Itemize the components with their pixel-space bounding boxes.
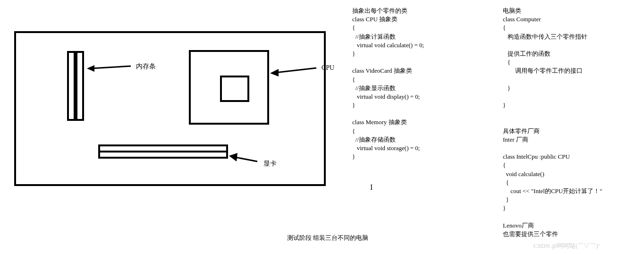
code-line: class Memory 抽象类 bbox=[352, 119, 407, 126]
code-line: } bbox=[503, 204, 506, 212]
cpu-label: CPU bbox=[322, 64, 334, 72]
test-phase-text: 测试阶段 组装三台不同的电脑 bbox=[287, 234, 368, 242]
code-line: } bbox=[503, 196, 509, 203]
code-line: class IntelCpu :public CPU bbox=[503, 153, 570, 160]
code-line: } bbox=[352, 102, 355, 109]
code-line: 也需要提供三个零件 bbox=[503, 230, 558, 237]
code-line: //抽象显示函数 bbox=[352, 85, 396, 92]
motherboard-outline bbox=[14, 31, 326, 186]
code-line: Inter 厂商 bbox=[503, 136, 528, 143]
code-line: cout << "Intel的CPU开始计算了！" bbox=[503, 187, 602, 195]
code-line: } bbox=[352, 50, 355, 57]
memory-sticks bbox=[67, 51, 84, 121]
code-line: 电脑类 bbox=[503, 7, 521, 14]
code-line: 提供工作的函数 bbox=[503, 50, 551, 57]
arrow-cpu-icon bbox=[269, 64, 321, 78]
text-cursor-icon: I bbox=[370, 183, 373, 192]
code-line: class Computer bbox=[503, 16, 541, 23]
code-line: { bbox=[503, 161, 506, 169]
motherboard-diagram: 内存条 CPU 显卡 bbox=[14, 31, 326, 187]
code-line: { bbox=[352, 127, 355, 135]
cpu-chip bbox=[220, 76, 249, 102]
arrow-gpu-icon bbox=[228, 153, 261, 167]
memory-label: 内存条 bbox=[136, 62, 156, 71]
code-line: 调用每个零件工作的接口 bbox=[503, 67, 583, 74]
code-block-computer: 电脑类 class Computer { 构造函数中传入三个零件指针 提供工作的… bbox=[503, 7, 602, 238]
code-block-abstract: 抽象出每个零件的类 class CPU 抽象类 { //抽象计算函数 virtu… bbox=[352, 7, 424, 161]
code-line: 构造函数中传入三个零件指针 bbox=[503, 33, 587, 40]
code-line: { bbox=[352, 76, 355, 83]
code-line: virtual void storage() = 0; bbox=[352, 144, 420, 152]
arrow-memory-icon bbox=[86, 61, 133, 76]
gpu-slot bbox=[98, 144, 228, 159]
code-line: } bbox=[352, 153, 355, 160]
code-line: //抽象存储函数 bbox=[352, 136, 396, 143]
code-line: class VideoCard 抽象类 bbox=[352, 67, 412, 74]
svg-marker-5 bbox=[229, 153, 237, 161]
watermark-text: CSDN @呵呵哒(￣▽￣)" bbox=[534, 242, 601, 250]
code-line: 具体零件厂商 bbox=[503, 127, 540, 135]
code-line: } bbox=[503, 85, 510, 92]
code-line: { bbox=[503, 59, 510, 66]
code-line: Lenovo厂商 bbox=[503, 222, 534, 229]
code-line: } bbox=[503, 102, 506, 109]
memory-stick bbox=[76, 51, 84, 121]
memory-stick bbox=[67, 51, 76, 121]
gpu-label: 显卡 bbox=[263, 160, 277, 168]
code-line: { bbox=[503, 179, 509, 186]
code-line: { bbox=[503, 24, 506, 31]
svg-line-2 bbox=[275, 68, 316, 73]
code-line: class CPU 抽象类 bbox=[352, 16, 398, 23]
code-line: 抽象出每个零件的类 bbox=[352, 7, 407, 14]
code-line: { bbox=[352, 24, 355, 31]
code-line: //抽象计算函数 bbox=[352, 33, 396, 40]
code-line: virtual void display() = 0; bbox=[352, 93, 420, 100]
svg-marker-3 bbox=[270, 69, 279, 76]
svg-marker-1 bbox=[87, 65, 94, 72]
code-line: void calculate() bbox=[503, 170, 544, 178]
code-line: virtual void calculate() = 0; bbox=[352, 42, 424, 49]
svg-line-0 bbox=[91, 66, 131, 68]
